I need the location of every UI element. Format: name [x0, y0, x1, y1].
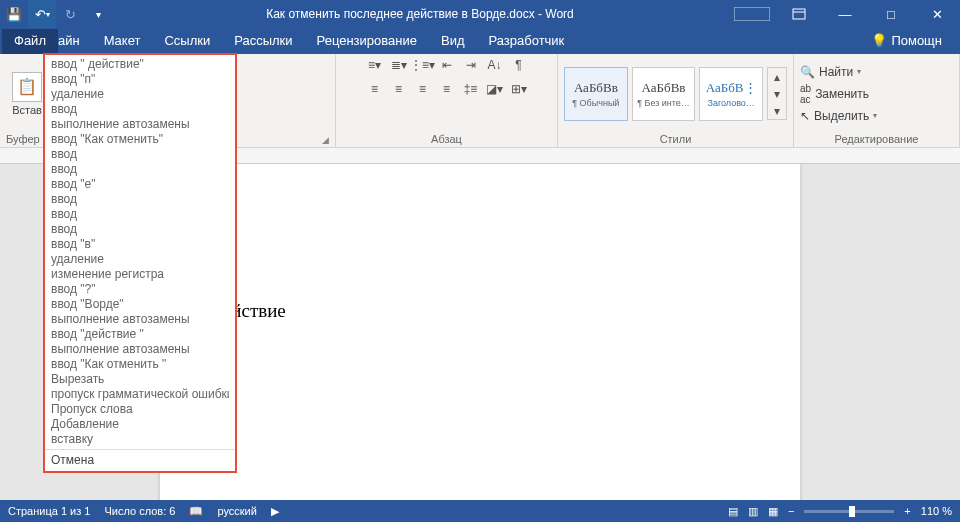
undo-history-item[interactable]: ввод "п" [51, 72, 229, 87]
page[interactable]: ить е действие [160, 164, 800, 500]
justify-icon[interactable]: ≡ [438, 80, 456, 98]
shading-icon[interactable]: ◪▾ [486, 80, 504, 98]
tab-developer[interactable]: Разработчик [477, 29, 577, 54]
svg-rect-1 [793, 9, 805, 19]
show-marks-icon[interactable]: ¶ [510, 56, 528, 74]
doc-line1: ить [200, 264, 740, 286]
doc-line2: е действие [200, 300, 740, 322]
numbering-icon[interactable]: ≣▾ [390, 56, 408, 74]
undo-button[interactable]: ↶▾ [28, 0, 56, 28]
align-left-icon[interactable]: ≡ [366, 80, 384, 98]
undo-history-item[interactable]: Вырезать [51, 372, 229, 387]
tab-layout[interactable]: Макет [92, 29, 153, 54]
undo-history-item[interactable]: ввод [51, 207, 229, 222]
sort-icon[interactable]: A↓ [486, 56, 504, 74]
tell-me[interactable]: 💡Помощн [859, 29, 954, 54]
titlebar: 💾 ↶▾ ↻ ▾ Как отменить последнее действие… [0, 0, 960, 28]
zoom-slider[interactable] [804, 510, 894, 513]
maximize-button[interactable]: □ [868, 0, 914, 28]
undo-history-item[interactable]: ввод "е" [51, 177, 229, 192]
undo-history-item[interactable]: вставку [51, 432, 229, 447]
undo-history-item[interactable]: удаление [51, 87, 229, 102]
multilevel-icon[interactable]: ⋮≡▾ [414, 56, 432, 74]
undo-history-item[interactable]: выполнение автозамены [51, 342, 229, 357]
clipboard-icon: 📋 [12, 72, 42, 102]
align-center-icon[interactable]: ≡ [390, 80, 408, 98]
read-mode-icon[interactable]: ▤ [728, 505, 738, 518]
group-clipboard-label: Буфер о [6, 131, 49, 147]
increase-indent-icon[interactable]: ⇥ [462, 56, 480, 74]
tab-references[interactable]: Ссылки [152, 29, 222, 54]
align-right-icon[interactable]: ≡ [414, 80, 432, 98]
undo-history-item[interactable]: ввод "в" [51, 237, 229, 252]
language-indicator[interactable]: русский [217, 505, 256, 517]
cursor-icon: ↖ [800, 109, 810, 123]
zoom-out[interactable]: − [788, 505, 794, 517]
style-normal[interactable]: АаБбВв ¶ Обычный [564, 67, 628, 121]
dialog-launcher-icon[interactable]: ◢ [322, 135, 329, 145]
decrease-indent-icon[interactable]: ⇤ [438, 56, 456, 74]
tab-mailings[interactable]: Рассылки [222, 29, 304, 54]
undo-history-item[interactable]: ввод "Как отменить " [51, 357, 229, 372]
undo-history-item[interactable]: ввод "Ворде" [51, 297, 229, 312]
styles-down-icon[interactable]: ▾ [768, 85, 786, 102]
macro-icon[interactable]: ▶ [271, 505, 279, 518]
undo-history-item[interactable]: ввод [51, 147, 229, 162]
web-layout-icon[interactable]: ▦ [768, 505, 778, 518]
print-layout-icon[interactable]: ▥ [748, 505, 758, 518]
undo-history-item[interactable]: ввод "?" [51, 282, 229, 297]
group-paragraph-label: Абзац [342, 131, 551, 147]
undo-history-item[interactable]: ввод "Как отменить" [51, 132, 229, 147]
find-button[interactable]: 🔍Найти ▾ [800, 65, 877, 79]
tab-file[interactable]: Файл [2, 29, 58, 54]
undo-history-item[interactable]: ввод " действие" [51, 57, 229, 72]
replace-button[interactable]: abacЗаменить [800, 83, 877, 105]
redo-button[interactable]: ↻ [56, 0, 84, 28]
search-icon: 🔍 [800, 65, 815, 79]
undo-history-item[interactable]: пропуск грамматической ошибки [51, 387, 229, 402]
paste-button[interactable]: 📋 Встав [6, 68, 48, 120]
undo-history-item[interactable]: ввод [51, 192, 229, 207]
window-title: Как отменить последнее действие в Ворде.… [112, 7, 728, 21]
style-heading1[interactable]: АаБбВ⋮ Заголово… [699, 67, 763, 121]
undo-history-item[interactable]: ввод [51, 102, 229, 117]
line-spacing-icon[interactable]: ‡≡ [462, 80, 480, 98]
group-styles-label: Стили [564, 131, 787, 147]
zoom-in[interactable]: + [904, 505, 910, 517]
undo-history-item[interactable]: Добавление [51, 417, 229, 432]
select-button[interactable]: ↖Выделить ▾ [800, 109, 877, 123]
undo-history-item[interactable]: выполнение автозамены [51, 312, 229, 327]
spell-check-icon[interactable]: 📖 [189, 505, 203, 518]
undo-history-item[interactable]: ввод [51, 162, 229, 177]
undo-history-item[interactable]: Пропуск слова [51, 402, 229, 417]
undo-history-item[interactable]: удаление [51, 252, 229, 267]
save-button[interactable]: 💾 [0, 0, 28, 28]
group-editing-label: Редактирование [800, 131, 953, 147]
status-bar: Страница 1 из 1 Число слов: 6 📖 русский … [0, 500, 960, 522]
account-box[interactable] [732, 5, 772, 23]
undo-footer[interactable]: Отмена [45, 449, 235, 471]
qat-customize[interactable]: ▾ [84, 0, 112, 28]
tab-design[interactable]: айн [58, 29, 92, 54]
styles-up-icon[interactable]: ▴ [768, 68, 786, 85]
ribbon-options[interactable] [776, 0, 822, 28]
replace-icon: abac [800, 83, 811, 105]
tab-view[interactable]: Вид [429, 29, 477, 54]
minimize-button[interactable]: — [822, 0, 868, 28]
undo-history-item[interactable]: ввод "действие " [51, 327, 229, 342]
zoom-level[interactable]: 110 % [921, 505, 952, 517]
undo-history-dropdown: ввод " действие"ввод "п"удалениевводвыпо… [44, 54, 236, 472]
page-indicator[interactable]: Страница 1 из 1 [8, 505, 90, 517]
style-nospacing[interactable]: АаБбВв ¶ Без инте… [632, 67, 696, 121]
bullets-icon[interactable]: ≡▾ [366, 56, 384, 74]
svg-rect-0 [734, 7, 770, 21]
borders-icon[interactable]: ⊞▾ [510, 80, 528, 98]
word-count[interactable]: Число слов: 6 [104, 505, 175, 517]
undo-history-item[interactable]: изменение регистра [51, 267, 229, 282]
close-button[interactable]: ✕ [914, 0, 960, 28]
undo-history-item[interactable]: выполнение автозамены [51, 117, 229, 132]
tab-review[interactable]: Рецензирование [305, 29, 429, 54]
styles-more-icon[interactable]: ▾ [768, 102, 786, 119]
undo-history-item[interactable]: ввод [51, 222, 229, 237]
bulb-icon: 💡 [871, 33, 887, 48]
